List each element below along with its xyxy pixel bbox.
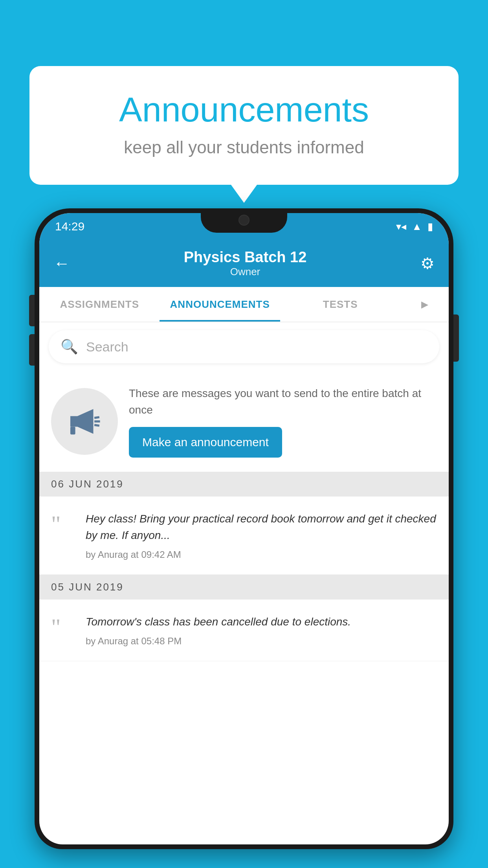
bubble-subtitle: keep all your students informed [61, 138, 427, 157]
quote-icon-1: " [51, 512, 75, 536]
announcement-text-2: Tomorrow's class has been cancelled due … [86, 614, 437, 630]
tab-tests[interactable]: TESTS [280, 287, 400, 322]
phone-wrapper: 14:29 ▾◂ ▲ ▮ ← Physics Batch 12 Owner ⚙ [35, 208, 453, 868]
signal-icon: ▲ [412, 221, 422, 233]
search-icon: 🔍 [61, 338, 78, 355]
screen-content: 🔍 Search [39, 322, 449, 844]
announcement-content-1: Hey class! Bring your practical record b… [86, 511, 437, 560]
phone-outer: 14:29 ▾◂ ▲ ▮ ← Physics Batch 12 Owner ⚙ [35, 208, 453, 849]
promo-right: These are messages you want to send to t… [129, 385, 437, 458]
promo-description: These are messages you want to send to t… [129, 385, 437, 418]
header-title-area: Physics Batch 12 Owner [184, 249, 307, 278]
announcement-item-2[interactable]: " Tomorrow's class has been cancelled du… [39, 600, 449, 661]
make-announcement-button[interactable]: Make an announcement [129, 427, 282, 458]
volume-down-button[interactable] [29, 334, 35, 366]
tab-announcements[interactable]: ANNOUNCEMENTS [160, 287, 280, 322]
tab-more[interactable]: ▸ [400, 287, 449, 322]
header-title: Physics Batch 12 [184, 249, 307, 266]
header-subtitle: Owner [184, 266, 307, 278]
tabs-bar: ASSIGNMENTS ANNOUNCEMENTS TESTS ▸ [39, 287, 449, 322]
promo-icon-circle [51, 388, 118, 455]
announcement-promo: These are messages you want to send to t… [39, 371, 449, 472]
speech-bubble: Announcements keep all your students inf… [29, 66, 459, 185]
speech-bubble-container: Announcements keep all your students inf… [29, 66, 459, 185]
announcement-item-1[interactable]: " Hey class! Bring your practical record… [39, 497, 449, 575]
battery-icon: ▮ [427, 221, 433, 233]
phone-notch [201, 208, 287, 233]
svg-marker-1 [77, 409, 94, 434]
megaphone-icon [67, 404, 102, 439]
app-header: ← Physics Batch 12 Owner ⚙ [39, 240, 449, 287]
phone-screen: 14:29 ▾◂ ▲ ▮ ← Physics Batch 12 Owner ⚙ [39, 213, 449, 844]
svg-rect-2 [70, 427, 75, 435]
svg-line-5 [94, 425, 99, 426]
bubble-title: Announcements [61, 90, 427, 130]
power-button[interactable] [453, 314, 459, 362]
tab-assignments[interactable]: ASSIGNMENTS [39, 287, 160, 322]
back-button[interactable]: ← [53, 254, 70, 273]
date-divider-1: 06 JUN 2019 [39, 472, 449, 497]
announcement-meta-2: by Anurag at 05:48 PM [86, 636, 437, 647]
svg-line-3 [94, 417, 99, 418]
front-camera [238, 215, 250, 226]
search-input[interactable]: Search [86, 339, 128, 355]
volume-up-button[interactable] [29, 295, 35, 326]
svg-marker-0 [70, 416, 77, 427]
quote-icon-2: " [51, 615, 75, 639]
wifi-icon: ▾◂ [396, 221, 406, 233]
announcement-text-1: Hey class! Bring your practical record b… [86, 511, 437, 544]
settings-icon[interactable]: ⚙ [420, 254, 435, 272]
announcement-content-2: Tomorrow's class has been cancelled due … [86, 614, 437, 647]
date-divider-2: 05 JUN 2019 [39, 575, 449, 600]
status-time: 14:29 [55, 220, 84, 233]
announcement-meta-1: by Anurag at 09:42 AM [86, 549, 437, 560]
status-icons: ▾◂ ▲ ▮ [396, 221, 433, 233]
search-bar[interactable]: 🔍 Search [49, 330, 439, 363]
